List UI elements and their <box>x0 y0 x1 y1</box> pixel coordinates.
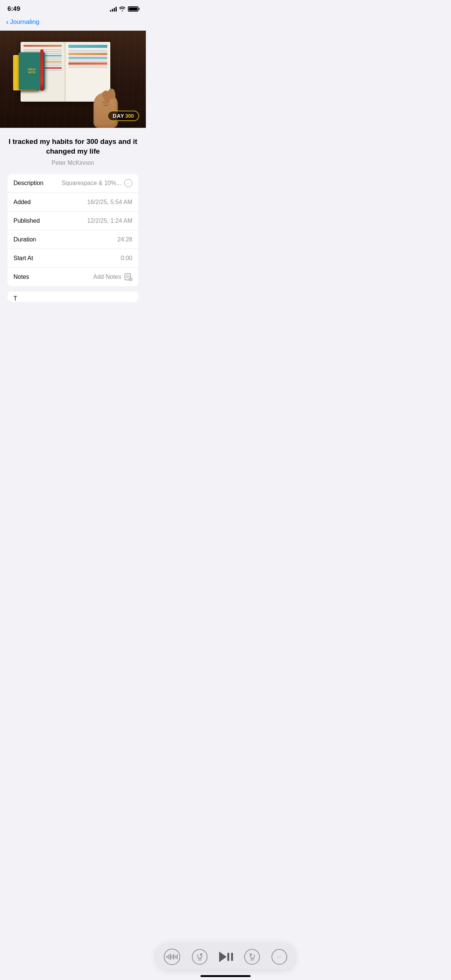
hero-image: FIELDNOTE DAY 300 <box>0 31 146 128</box>
day-badge: DAY 300 <box>107 111 139 121</box>
metadata-card: Description Squarespace & 10%... ··· Add… <box>8 174 139 286</box>
published-label: Published <box>13 218 40 224</box>
duration-value: 24:28 <box>118 236 132 243</box>
day-number: 300 <box>125 113 134 119</box>
episode-title: I tracked my habits for 300 days and it … <box>8 137 139 156</box>
back-button[interactable]: ‹ Journaling <box>6 18 39 26</box>
description-label: Description <box>13 180 43 186</box>
nav-bar: ‹ Journaling <box>0 16 146 31</box>
duration-row: Duration 24:28 <box>8 230 139 249</box>
start-at-value: 0:00 <box>121 255 132 262</box>
episode-author: Peter McKinnon <box>8 160 139 166</box>
description-row[interactable]: Description Squarespace & 10%... ··· <box>8 174 139 193</box>
partial-card: T <box>8 291 139 302</box>
notes-row[interactable]: Notes Add Notes <box>8 267 139 286</box>
add-notes-icon[interactable] <box>124 273 132 281</box>
battery-icon <box>128 6 139 11</box>
added-row: Added 16/2/25, 5:54 AM <box>8 193 139 212</box>
content-area: I tracked my habits for 300 days and it … <box>0 128 146 308</box>
status-icons <box>110 6 139 12</box>
wifi-icon <box>119 6 126 12</box>
published-row: Published 12/2/25, 1:24 AM <box>8 212 139 230</box>
description-value: Squarespace & 10%... ··· <box>62 179 132 187</box>
partial-label: T <box>13 295 17 302</box>
start-at-row[interactable]: Start At 0:00 <box>8 249 139 267</box>
added-value: 16/2/25, 5:54 AM <box>87 199 132 205</box>
description-text: Squarespace & 10%... <box>62 180 121 186</box>
notes-value: Add Notes <box>93 273 132 281</box>
status-bar: 6:49 <box>0 0 146 16</box>
field-notes-label: FIELDNOTE <box>28 68 35 75</box>
start-at-label: Start At <box>13 255 33 262</box>
add-notes-text: Add Notes <box>93 274 121 280</box>
day-prefix: DAY <box>113 113 124 119</box>
chevron-left-icon: ‹ <box>6 18 9 26</box>
red-pen <box>40 49 43 91</box>
published-value: 12/2/25, 1:24 AM <box>87 218 132 224</box>
added-label: Added <box>13 199 31 205</box>
notes-label: Notes <box>13 274 29 280</box>
hand-illustration <box>90 87 127 128</box>
status-time: 6:49 <box>8 5 20 13</box>
description-more-icon[interactable]: ··· <box>124 179 132 187</box>
back-label: Journaling <box>10 18 39 26</box>
duration-label: Duration <box>13 236 36 243</box>
signal-icon <box>110 6 117 11</box>
partial-row: T <box>8 291 139 302</box>
